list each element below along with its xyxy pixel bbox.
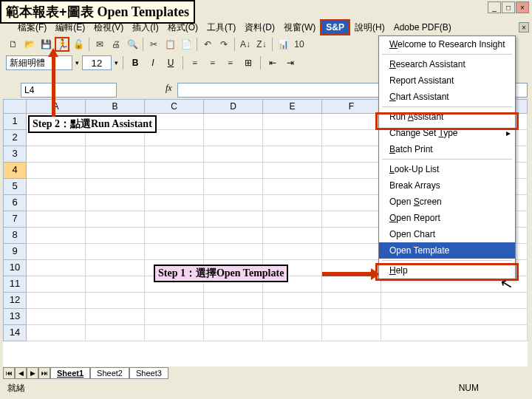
- menu-item[interactable]: Chart Assistant: [379, 89, 515, 105]
- italic-button[interactable]: I: [146, 55, 160, 70]
- cell[interactable]: [145, 211, 204, 228]
- menu-item[interactable]: Open Screen: [379, 194, 515, 210]
- cell[interactable]: [322, 325, 381, 341]
- align-center-button[interactable]: ≡: [205, 55, 220, 70]
- menu-item[interactable]: Welcome to Research Insight: [379, 36, 515, 52]
- cell[interactable]: [27, 293, 86, 309]
- cell[interactable]: [322, 163, 381, 179]
- menu-item[interactable]: Open Chart: [379, 226, 515, 242]
- row-header[interactable]: 14: [3, 325, 27, 341]
- menu-item[interactable]: Open Template: [379, 242, 515, 259]
- undo-icon[interactable]: ↶: [200, 37, 215, 52]
- menu-item[interactable]: Research Assistant: [379, 56, 515, 72]
- cell[interactable]: [86, 244, 145, 260]
- cell[interactable]: [322, 244, 381, 260]
- row-header[interactable]: 7: [3, 211, 27, 228]
- col-header[interactable]: A: [27, 99, 86, 114]
- cell[interactable]: [263, 244, 322, 260]
- select-all-corner[interactable]: [3, 99, 27, 114]
- cell[interactable]: [27, 179, 86, 195]
- zoom-value[interactable]: 10: [292, 37, 307, 52]
- bold-button[interactable]: B: [128, 55, 143, 70]
- cell[interactable]: [263, 293, 322, 309]
- cell[interactable]: [263, 309, 322, 325]
- col-header[interactable]: E: [263, 99, 322, 114]
- cell[interactable]: [381, 293, 528, 309]
- row-header[interactable]: 11: [3, 276, 27, 293]
- sheet-tab[interactable]: Sheet2: [90, 367, 129, 379]
- cell[interactable]: [322, 179, 381, 195]
- cell[interactable]: [204, 179, 263, 195]
- cell[interactable]: [322, 293, 381, 309]
- cell[interactable]: [145, 309, 204, 325]
- menu-item[interactable]: Change Set Type: [379, 125, 515, 141]
- cell[interactable]: [86, 211, 145, 228]
- col-header[interactable]: B: [86, 99, 145, 114]
- cell[interactable]: [322, 309, 381, 325]
- cell[interactable]: [27, 146, 86, 163]
- paste-icon[interactable]: 📄: [179, 37, 194, 52]
- menu-item[interactable]: Look-Up List: [379, 161, 515, 177]
- cell[interactable]: [322, 114, 381, 130]
- redo-icon[interactable]: ↷: [216, 37, 231, 52]
- sheet-tab[interactable]: Sheet1: [50, 367, 90, 379]
- cell[interactable]: [27, 228, 86, 244]
- cell[interactable]: [263, 228, 322, 244]
- email-icon[interactable]: ✉: [92, 37, 107, 52]
- indent-inc-button[interactable]: ⇥: [283, 55, 298, 70]
- menu-tools[interactable]: 工具(T): [202, 20, 240, 35]
- cell[interactable]: [381, 309, 528, 325]
- cell[interactable]: [86, 325, 145, 341]
- cell[interactable]: [86, 146, 145, 163]
- cell[interactable]: [322, 211, 381, 228]
- cell[interactable]: [204, 244, 263, 260]
- open-icon[interactable]: 📂: [22, 37, 37, 52]
- cell[interactable]: [204, 309, 263, 325]
- col-header[interactable]: D: [204, 99, 263, 114]
- fx-label[interactable]: fx: [166, 83, 172, 94]
- cell[interactable]: [263, 130, 322, 146]
- cell[interactable]: [263, 325, 322, 341]
- cell[interactable]: [86, 276, 145, 293]
- cell[interactable]: [27, 260, 86, 276]
- name-box[interactable]: L4: [21, 83, 117, 98]
- menu-item[interactable]: Batch Print: [379, 141, 515, 157]
- cell[interactable]: [27, 244, 86, 260]
- tab-nav-prev[interactable]: ◀: [15, 367, 27, 379]
- cell[interactable]: [27, 163, 86, 179]
- cell[interactable]: [204, 325, 263, 341]
- cell[interactable]: [263, 114, 322, 130]
- font-name-select[interactable]: 新細明體: [6, 55, 72, 70]
- cell[interactable]: [204, 114, 263, 130]
- cell[interactable]: [263, 146, 322, 163]
- cell[interactable]: [263, 211, 322, 228]
- cell[interactable]: [86, 260, 145, 276]
- cell[interactable]: [145, 146, 204, 163]
- menu-item[interactable]: Open Report: [379, 210, 515, 226]
- permission-icon[interactable]: 🔓: [71, 37, 86, 52]
- align-left-button[interactable]: ≡: [188, 55, 202, 70]
- copy-icon[interactable]: 📋: [163, 37, 177, 52]
- cell[interactable]: [145, 195, 204, 211]
- row-header[interactable]: 1: [3, 114, 27, 130]
- align-right-button[interactable]: ≡: [223, 55, 238, 70]
- cell[interactable]: [86, 163, 145, 179]
- row-header[interactable]: 4: [3, 163, 27, 179]
- cell[interactable]: [27, 325, 86, 341]
- font-size-input[interactable]: [82, 55, 112, 70]
- tab-nav-first[interactable]: ⏮: [3, 367, 15, 379]
- menu-item[interactable]: Run Assistant: [379, 109, 515, 125]
- print-icon[interactable]: 🖨: [109, 37, 123, 52]
- cell[interactable]: [145, 228, 204, 244]
- cell[interactable]: [86, 228, 145, 244]
- cell[interactable]: [263, 195, 322, 211]
- row-header[interactable]: 6: [3, 195, 27, 211]
- cell[interactable]: [145, 163, 204, 179]
- preview-icon[interactable]: 🔍: [125, 37, 140, 52]
- cut-icon[interactable]: ✂: [146, 37, 161, 52]
- row-header[interactable]: 10: [3, 260, 27, 276]
- cell[interactable]: [27, 195, 86, 211]
- menu-item[interactable]: Help: [379, 262, 515, 279]
- cell[interactable]: [322, 228, 381, 244]
- menu-adobe[interactable]: Adobe PDF(B): [389, 21, 456, 34]
